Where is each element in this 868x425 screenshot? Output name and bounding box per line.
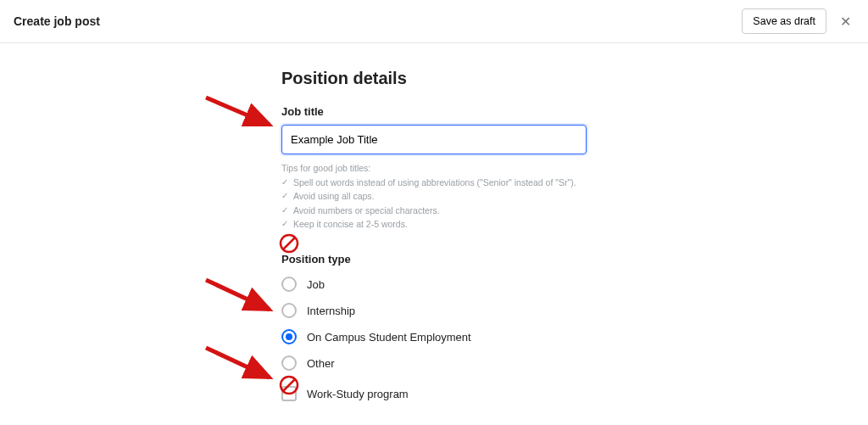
annotation-arrow-icon	[202, 89, 278, 136]
position-type-option-on-campus[interactable]: On Campus Student Employment	[281, 329, 587, 344]
page-title: Create job post	[14, 14, 100, 28]
job-title-label: Job title	[281, 105, 587, 118]
annotation-arrow-icon	[202, 339, 278, 390]
tips-list: Spell out words instead of using abbrevi…	[281, 176, 587, 231]
tip-item: Spell out words instead of using abbrevi…	[281, 176, 587, 189]
radio-icon	[281, 329, 297, 344]
close-icon[interactable]: ✕	[837, 10, 854, 33]
form-column: Position details Job title Tips for good…	[281, 69, 587, 425]
radio-icon	[281, 355, 297, 371]
work-study-checkbox-row[interactable]: Work-Study program	[281, 386, 587, 401]
section-heading: Position details	[281, 69, 587, 88]
tip-item: Avoid using all caps.	[281, 189, 587, 203]
job-title-input[interactable]	[281, 125, 587, 154]
annotation-arrow-icon	[202, 271, 278, 322]
top-bar: Create job post Save as draft ✕	[0, 0, 868, 43]
option-label: On Campus Student Employment	[307, 331, 471, 344]
tips-heading: Tips for good job titles:	[281, 163, 587, 173]
tip-item: Keep it concise at 2-5 words.	[281, 217, 587, 231]
checkbox-icon	[281, 386, 297, 401]
option-label: Job	[307, 278, 325, 291]
option-label: Internship	[307, 305, 355, 317]
position-type-option-internship[interactable]: Internship	[281, 303, 587, 318]
svg-line-1	[206, 280, 270, 310]
tip-item: Avoid numbers or special characters.	[281, 204, 587, 217]
svg-line-0	[206, 98, 270, 125]
svg-line-2	[206, 348, 270, 377]
checkbox-label: Work-Study program	[307, 388, 409, 400]
position-type-option-job[interactable]: Job	[281, 277, 587, 292]
save-as-draft-button[interactable]: Save as draft	[742, 8, 826, 34]
position-type-label: Position type	[281, 253, 587, 266]
position-type-option-other[interactable]: Other	[281, 355, 587, 371]
radio-icon	[281, 303, 297, 318]
radio-icon	[281, 277, 297, 292]
option-label: Other	[307, 357, 335, 370]
